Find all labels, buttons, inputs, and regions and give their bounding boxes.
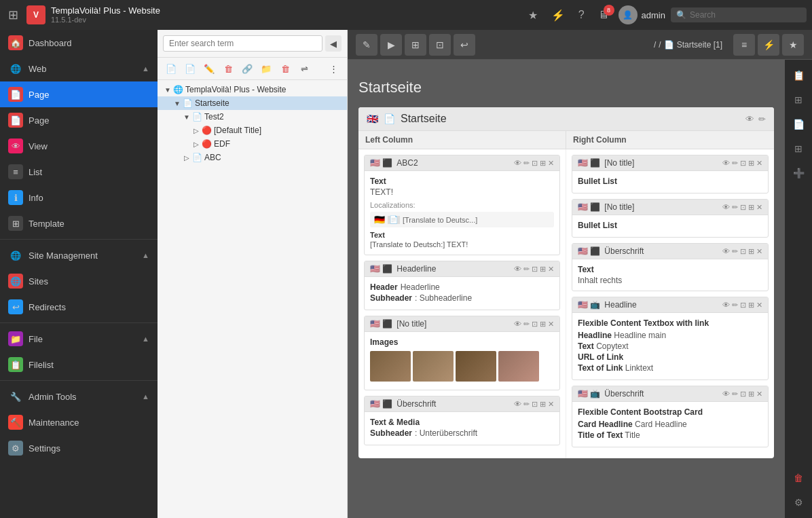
img-localize-btn[interactable]: ⊞	[540, 320, 546, 329]
sidebar-item-page2[interactable]: 📄 Page	[0, 107, 158, 133]
img-window-btn[interactable]: ⊡	[532, 320, 538, 329]
sidebar-item-admin-tools[interactable]: 🔧 Admin Tools ▲	[0, 384, 158, 409]
search-input[interactable]	[671, 7, 807, 22]
bc-localize-btn[interactable]: ⊞	[748, 390, 754, 399]
b1-close-btn[interactable]: ✕	[756, 159, 762, 168]
notification-icon[interactable]: 🖥 8	[594, 6, 613, 24]
er-trash-btn[interactable]: 🗑	[788, 468, 809, 488]
hl-visibility-btn[interactable]: 👁	[514, 265, 521, 274]
new-page-shortcut-btn[interactable]: 📄	[182, 60, 198, 77]
filetree-search-input[interactable]	[163, 35, 322, 52]
lightning-btn[interactable]: ⚡	[758, 34, 779, 56]
er-add-btn[interactable]: ➕	[788, 163, 809, 183]
filetree-collapse-btn[interactable]: ◀	[325, 35, 342, 52]
b2-visibility-btn[interactable]: 👁	[722, 203, 730, 212]
tree-item-test2[interactable]: ▼ 📄 Test2	[158, 110, 347, 124]
er-notes-btn[interactable]: 📋	[788, 65, 809, 86]
help-icon[interactable]: ?	[574, 6, 589, 24]
ul-localize-btn[interactable]: ⊞	[540, 400, 546, 409]
img-visibility-btn[interactable]: 👁	[514, 320, 521, 329]
sidebar-item-web[interactable]: 🌐 Web ▲	[0, 56, 158, 81]
hfc-close-btn[interactable]: ✕	[756, 301, 762, 310]
img-close-btn[interactable]: ✕	[548, 320, 554, 329]
abc2-edit-btn[interactable]: ✏	[523, 159, 530, 168]
user-menu[interactable]: 👤 admin	[619, 5, 665, 24]
history-btn[interactable]: ↩	[454, 34, 475, 56]
more-options-btn[interactable]: ⋮	[325, 60, 342, 77]
ul-visibility-btn[interactable]: 👁	[514, 400, 521, 409]
abc2-window-btn[interactable]: ⊡	[532, 159, 538, 168]
sidebar-item-settings[interactable]: ⚙ Settings	[0, 435, 158, 461]
list-view-btn[interactable]: ≡	[733, 34, 755, 56]
grid-menu-icon[interactable]: ⊞	[5, 5, 21, 25]
abc2-localize-btn[interactable]: ⊞	[540, 159, 546, 168]
link-btn[interactable]: 🔗	[239, 60, 255, 77]
hl-edit-btn[interactable]: ✏	[523, 265, 530, 274]
ul-edit-btn[interactable]: ✏	[523, 400, 530, 409]
bc-close-btn[interactable]: ✕	[756, 390, 762, 399]
hfc-localize-btn[interactable]: ⊞	[748, 301, 754, 310]
hfc-edit-btn[interactable]: ✏	[732, 301, 738, 310]
bc-edit-btn[interactable]: ✏	[732, 390, 738, 399]
hfc-visibility-btn[interactable]: 👁	[722, 301, 730, 310]
edit-btn[interactable]: ✎	[356, 34, 377, 56]
hl-close-btn[interactable]: ✕	[548, 265, 554, 274]
tree-item-default-title[interactable]: ▷ 🔴 [Default Title]	[158, 124, 347, 137]
tree-item-edf[interactable]: ▷ 🔴 EDF	[158, 137, 347, 151]
er-gear-btn[interactable]: ⚙	[788, 492, 809, 513]
er-localize-btn[interactable]: ⊞	[788, 90, 809, 110]
ul-close-btn[interactable]: ✕	[548, 400, 554, 409]
edit-page-btn[interactable]: ✏️	[201, 60, 217, 77]
hfc-window-btn[interactable]: ⊡	[740, 301, 746, 310]
delete-page-btn[interactable]: 🗑	[220, 60, 236, 77]
er-clipboard-btn[interactable]: 📄	[788, 114, 809, 134]
sidebar-item-page1[interactable]: 📄 Page	[0, 81, 158, 107]
sidebar-item-list[interactable]: ≡ List	[0, 159, 158, 185]
page-visibility-icon[interactable]: 👁	[745, 114, 754, 124]
b2-window-btn[interactable]: ⊡	[740, 203, 746, 212]
sidebar-item-sites[interactable]: 🌐 Sites	[0, 268, 158, 294]
abc2-close-btn[interactable]: ✕	[548, 159, 554, 168]
sidebar-item-redirects[interactable]: ↩ Redirects	[0, 294, 158, 320]
play-btn[interactable]: ▶	[380, 34, 402, 56]
b1-window-btn[interactable]: ⊡	[740, 159, 746, 168]
b2-edit-btn[interactable]: ✏	[732, 203, 738, 212]
img-edit-btn[interactable]: ✏	[523, 320, 530, 329]
ur-close-btn[interactable]: ✕	[756, 247, 762, 256]
layout-btn[interactable]: ⊞	[405, 34, 426, 56]
sidebar-item-template[interactable]: ⊞ Template	[0, 210, 158, 236]
b2-close-btn[interactable]: ✕	[756, 203, 762, 212]
b1-localize-btn[interactable]: ⊞	[748, 159, 754, 168]
extra-btn[interactable]: ⊡	[429, 34, 451, 56]
folder-btn[interactable]: 📁	[258, 60, 274, 77]
tree-item-root[interactable]: ▼ 🌐 TemplaVoilà! Plus - Website	[158, 83, 347, 96]
sidebar-item-file[interactable]: 📁 File ▲	[0, 326, 158, 352]
star-btn[interactable]: ★	[782, 34, 804, 56]
bc-visibility-btn[interactable]: 👁	[722, 390, 730, 399]
ur-window-btn[interactable]: ⊡	[740, 247, 746, 256]
bc-window-btn[interactable]: ⊡	[740, 390, 746, 399]
move-btn[interactable]: ⇌	[296, 60, 312, 77]
sidebar-item-view[interactable]: 👁 View	[0, 133, 158, 159]
sidebar-item-filelist[interactable]: 📋 Filelist	[0, 352, 158, 377]
tree-item-abc[interactable]: ▷ 📄 ABC	[158, 151, 347, 164]
hl-localize-btn[interactable]: ⊞	[540, 265, 546, 274]
ur-localize-btn[interactable]: ⊞	[748, 247, 754, 256]
b2-localize-btn[interactable]: ⊞	[748, 203, 754, 212]
sidebar-item-dashboard[interactable]: 🏠 Dashboard	[0, 30, 158, 56]
ul-window-btn[interactable]: ⊡	[532, 400, 538, 409]
bookmark-icon[interactable]: ★	[524, 6, 542, 24]
hl-window-btn[interactable]: ⊡	[532, 265, 538, 274]
sidebar-item-maintenance[interactable]: 🔨 Maintenance	[0, 409, 158, 435]
er-layout-btn[interactable]: ⊞	[788, 138, 809, 159]
tree-item-startseite[interactable]: ▼ 📄 Startseite	[158, 96, 347, 110]
new-page-btn[interactable]: 📄	[163, 60, 179, 77]
lightning-icon[interactable]: ⚡	[547, 6, 569, 24]
ur-edit-btn[interactable]: ✏	[732, 247, 738, 256]
sidebar-item-site-management[interactable]: 🌐 Site Management ▲	[0, 242, 158, 268]
b1-edit-btn[interactable]: ✏	[732, 159, 738, 168]
page-edit-icon[interactable]: ✏	[758, 114, 766, 124]
b1-visibility-btn[interactable]: 👁	[722, 159, 730, 168]
ur-visibility-btn[interactable]: 👁	[722, 247, 730, 256]
delete2-btn[interactable]: 🗑	[277, 60, 293, 77]
